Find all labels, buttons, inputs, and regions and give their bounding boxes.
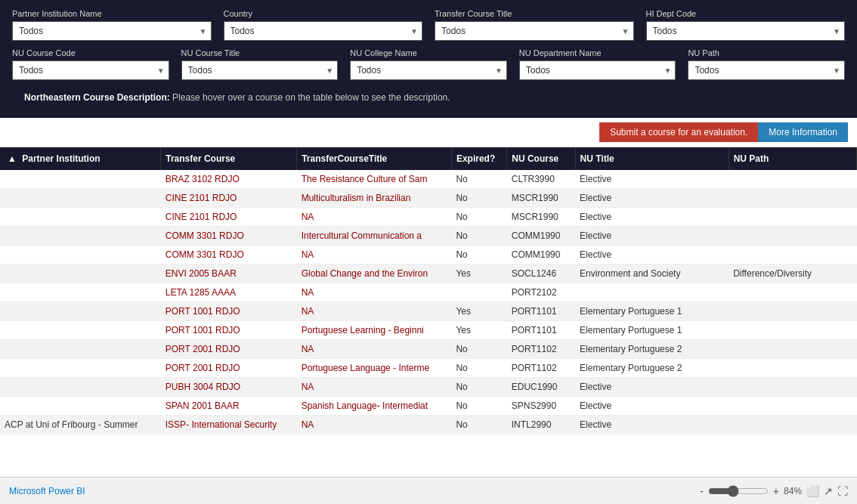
buttons-bar: Submit a course for an evaluation. More … [0, 118, 857, 147]
cell-partner [0, 397, 161, 416]
filter-group-hi-dept: HI Dept Code Todos [646, 9, 846, 41]
nu-path-select[interactable]: Todos [688, 60, 845, 80]
filter-label-nu-course-code: NU Course Code [12, 48, 169, 57]
cell-partner [0, 321, 161, 340]
nu-college-name-select[interactable]: Todos [350, 60, 507, 80]
cell-nutitle: Elective [575, 208, 729, 227]
cell-transfer: ENVI 2005 BAAR [161, 264, 297, 283]
filter-panel: Partner Institution Name Todos Country T… [0, 0, 857, 118]
cell-nutitle: Elective [575, 189, 729, 208]
nu-course-title-select[interactable]: Todos [181, 60, 339, 80]
table-row: LETA 1285 AAAANAPORT2102 [0, 283, 857, 302]
th-partner-institution: ▲ Partner Institution [0, 147, 161, 170]
filter-group-partner-institution: Partner Institution Name Todos [12, 9, 212, 41]
cell-nucourse: PORT1101 [507, 302, 575, 321]
cell-nutitle: Elementary Portuguese 1 [575, 302, 729, 321]
nu-department-name-select[interactable]: Todos [519, 60, 676, 80]
cell-nucourse: MSCR1990 [507, 189, 575, 208]
zoom-out-button[interactable]: - [700, 485, 704, 497]
cell-expired: No [451, 340, 506, 359]
cell-title: Portuguese Language - Interme [297, 359, 452, 378]
external-link-button[interactable]: ↗ [824, 485, 833, 497]
table-row: PUBH 3004 RDJONANoEDUC1990Elective [0, 378, 857, 397]
table-row: BRAZ 3102 RDJOThe Resistance Culture of … [0, 170, 857, 189]
cell-nucourse: CLTR3990 [507, 170, 575, 189]
filter-group-nu-course-title: NU Course Title Todos [181, 48, 339, 80]
cell-nucourse: MSCR1990 [507, 208, 575, 227]
zoom-value: 84% [784, 486, 802, 496]
cell-title: NA [297, 416, 452, 434]
cell-nupath [729, 189, 856, 208]
cell-nutitle: Elective [575, 378, 729, 397]
filter-label-nu-course-title: NU Course Title [181, 48, 339, 57]
nu-college-wrapper: Todos [350, 60, 507, 80]
country-select[interactable]: Todos [224, 21, 423, 41]
filter-label-partner: Partner Institution Name [12, 9, 212, 18]
zoom-in-button[interactable]: + [773, 485, 779, 497]
sort-icon-partner: ▲ [8, 153, 17, 164]
cell-title: NA [297, 302, 452, 321]
filter-group-nu-path: NU Path Todos [688, 48, 845, 80]
zoom-slider[interactable] [708, 485, 769, 497]
th-transfer-course: Transfer Course [161, 147, 297, 170]
table-row: PORT 1001 RDJONAYesPORT1101Elementary Po… [0, 302, 857, 321]
partner-institution-select[interactable]: Todos [12, 21, 212, 41]
cell-nucourse: INTL2990 [507, 416, 575, 434]
cell-nucourse: PORT1102 [507, 359, 575, 378]
courses-table: ▲ Partner Institution Transfer Course Tr… [0, 147, 857, 434]
cell-partner [0, 283, 161, 302]
filter-label-country: Country [224, 9, 423, 18]
cell-title: Intercultural Communication a [297, 227, 452, 246]
filter-label-nu-path: NU Path [688, 48, 845, 57]
cell-transfer: PORT 2001 RDJO [161, 340, 297, 359]
cell-nupath [729, 321, 856, 340]
filter-label-nu-dept: NU Department Name [519, 48, 676, 57]
cell-title: The Resistance Culture of Sam [297, 170, 452, 189]
cell-transfer: CINE 2101 RDJO [161, 208, 297, 227]
cell-nupath [729, 227, 856, 246]
cell-nucourse: PORT2102 [507, 283, 575, 302]
filter-group-transfer-title: Transfer Course Title Todos [435, 9, 634, 41]
cell-transfer: LETA 1285 AAAA [161, 283, 297, 302]
cell-partner [0, 208, 161, 227]
cell-title: Spanish Language- Intermediat [297, 397, 452, 416]
cell-expired: No [451, 416, 506, 434]
cell-partner [0, 189, 161, 208]
cell-nucourse: PORT1102 [507, 340, 575, 359]
cell-transfer: PUBH 3004 RDJO [161, 378, 297, 397]
hi-dept-select-wrapper: Todos [646, 21, 846, 41]
cell-nupath [729, 208, 856, 227]
cell-title: NA [297, 208, 452, 227]
powerbi-link[interactable]: Microsoft Power BI [9, 486, 85, 496]
th-nu-course: NU Course [507, 147, 575, 170]
filter-row-2: NU Course Code Todos NU Course Title Tod… [12, 48, 845, 80]
more-information-button[interactable]: More Information [758, 122, 848, 142]
cell-partner [0, 170, 161, 189]
cell-nucourse: SPNS2990 [507, 397, 575, 416]
cell-transfer: PORT 2001 RDJO [161, 359, 297, 378]
table-row: PORT 2001 RDJOPortuguese Language - Inte… [0, 359, 857, 378]
cell-nupath: Difference/Diversity [729, 264, 856, 283]
table-row: COMM 3301 RDJONANoCOMM1990Elective [0, 246, 857, 264]
table-row: PORT 1001 RDJOPortuguese Learning - Begi… [0, 321, 857, 340]
cell-nutitle: Elementary Portuguese 2 [575, 359, 729, 378]
transfer-course-title-select[interactable]: Todos [435, 21, 634, 41]
cell-title: Portuguese Learning - Beginni [297, 321, 452, 340]
cell-nutitle: Elective [575, 416, 729, 434]
nu-dept-wrapper: Todos [519, 60, 676, 80]
cell-expired: No [451, 246, 506, 264]
cell-nupath [729, 302, 856, 321]
cell-nupath [729, 359, 856, 378]
cell-partner: ACP at Uni of Fribourg - Summer [0, 416, 161, 434]
table-row: CINE 2101 RDJOMulticulturalism in Brazil… [0, 189, 857, 208]
cell-expired: No [451, 170, 506, 189]
expand-button[interactable]: ⛶ [837, 485, 848, 497]
submit-course-button[interactable]: Submit a course for an evaluation. [599, 122, 758, 142]
hi-dept-code-select[interactable]: Todos [646, 21, 846, 41]
nu-course-code-select[interactable]: Todos [12, 60, 169, 80]
cell-title: NA [297, 283, 452, 302]
cell-nupath [729, 246, 856, 264]
fit-page-button[interactable]: ⬜ [806, 485, 819, 497]
cell-expired: No [451, 397, 506, 416]
cell-transfer: BRAZ 3102 RDJO [161, 170, 297, 189]
